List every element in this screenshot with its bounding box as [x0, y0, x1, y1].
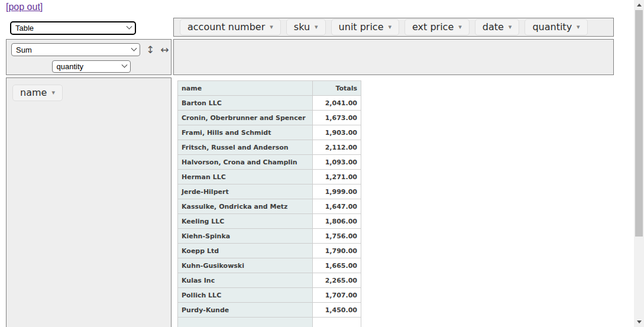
row-label-cell: Pollich LLC: [178, 288, 313, 303]
unused-attributes-list: account number ▾ sku ▾ unit price ▾ ext …: [174, 19, 588, 35]
row-label-cell: Kiehn-Spinka: [178, 229, 313, 244]
attribute-pill[interactable]: account number ▾: [180, 19, 281, 35]
pivot-table-row: [178, 318, 361, 327]
attribute-pill[interactable]: date ▾: [475, 19, 520, 35]
arrow-down-icon: [637, 320, 642, 323]
pivot-table-row: Koepp Ltd 1,790.00: [178, 244, 361, 258]
attribute-pill-item: name ▾: [12, 85, 63, 101]
total-value-cell: 2,265.00: [313, 273, 361, 288]
row-label-cell: Herman LLC: [178, 170, 313, 184]
aggregator-arg-value: quantity: [57, 62, 84, 71]
dropdown-triangle-icon[interactable]: ▾: [509, 23, 512, 31]
chevron-down-icon: [131, 45, 137, 51]
total-value-cell: 1,450.00: [313, 303, 361, 318]
aggregator-select-value: Sum: [16, 46, 32, 54]
row-attributes-area[interactable]: name ▾: [6, 77, 171, 327]
total-value-cell: 1,665.00: [313, 258, 361, 273]
dropdown-triangle-icon[interactable]: ▾: [315, 23, 318, 31]
total-value-cell: 2,041.00: [313, 96, 361, 111]
aggregator-arg-line: quantity: [11, 60, 171, 73]
row-label-cell: Frami, Hills and Schmidt: [178, 125, 313, 140]
total-value-cell: 1,999.00: [313, 184, 361, 199]
pivot-table-header-row: name Totals: [178, 81, 361, 96]
aggregator-arg-select[interactable]: quantity: [52, 60, 131, 73]
total-value-cell: 1,707.00: [313, 288, 361, 303]
renderer-cell: Table: [6, 18, 171, 37]
pivot-table: name Totals Barton LLC 2,041.00 Cronin, …: [177, 80, 361, 327]
column-attributes-area[interactable]: [173, 39, 614, 75]
pivot-table-row: Herman LLC 1,271.00: [178, 170, 361, 184]
row-label-cell: Purdy-Kunde: [178, 303, 313, 318]
chevron-down-icon: [121, 62, 127, 68]
chevron-down-icon: [127, 24, 132, 30]
row-label-cell: Barton LLC: [178, 96, 313, 111]
scrollbar-down-button[interactable]: [634, 317, 644, 327]
dropdown-triangle-icon[interactable]: ▾: [577, 23, 580, 31]
pivot-table-row: Barton LLC 2,041.00: [178, 96, 361, 111]
pivot-table-row: Jerde-Hilpert 1,999.00: [178, 184, 361, 199]
attribute-pill[interactable]: sku ▾: [286, 19, 326, 35]
total-value-cell: 1,271.00: [313, 170, 361, 184]
attribute-pill-label: date: [483, 21, 504, 33]
total-value-cell: 1,093.00: [313, 155, 361, 170]
dropdown-triangle-icon[interactable]: ▾: [51, 89, 55, 96]
pivot-table-row: Cronin, Oberbrunner and Spencer 1,673.00: [178, 111, 361, 125]
pivot-ui-page: [pop out] Table account number ▾ sku ▾ u…: [0, 0, 644, 327]
pivot-table-row: Halvorson, Crona and Champlin 1,093.00: [178, 155, 361, 170]
attribute-pill[interactable]: ext price ▾: [404, 19, 470, 35]
total-value-cell: 2,112.00: [313, 140, 361, 155]
total-value-cell: 1,673.00: [313, 111, 361, 125]
row-label-cell: Cronin, Oberbrunner and Spencer: [178, 111, 313, 125]
attribute-pill-item: unit price ▾: [331, 19, 399, 35]
pivot-table-row: Fritsch, Russel and Anderson 2,112.00: [178, 140, 361, 155]
row-label-cell: Kulas Inc: [178, 273, 313, 288]
vertical-scrollbar[interactable]: [634, 0, 644, 327]
total-value-cell: 1,903.00: [313, 125, 361, 140]
attribute-pill[interactable]: quantity ▾: [525, 19, 587, 35]
row-label-cell: Kuhn-Gusikowski: [178, 258, 313, 273]
row-label-cell: Jerde-Hilpert: [178, 184, 313, 199]
total-value-cell: 1,756.00: [313, 229, 361, 244]
row-label-cell: Koepp Ltd: [178, 244, 313, 258]
scrollbar-up-button[interactable]: [634, 0, 644, 10]
attribute-pill-label: ext price: [412, 21, 454, 33]
aggregator-area: Sum ↕ ↔ quantity: [6, 39, 171, 75]
row-label-cell: Keeling LLC: [178, 214, 313, 229]
pivot-table-row: Keeling LLC 1,806.00: [178, 214, 361, 229]
total-value-cell: 1,790.00: [313, 244, 361, 258]
arrow-up-icon: [637, 4, 642, 7]
pivot-table-row: Kulas Inc 2,265.00: [178, 273, 361, 288]
total-value-cell: [313, 318, 361, 327]
aggregator-select[interactable]: Sum: [11, 43, 140, 56]
renderer-select[interactable]: Table: [10, 21, 136, 35]
attribute-pill-item: account number ▾: [180, 19, 281, 35]
dropdown-triangle-icon[interactable]: ▾: [389, 23, 392, 31]
attribute-pill-item: ext price ▾: [404, 19, 470, 35]
row-label-cell: [178, 318, 313, 327]
dropdown-triangle-icon[interactable]: ▾: [270, 23, 273, 31]
row-label-cell: Kassulke, Ondricka and Metz: [178, 199, 313, 214]
dropdown-triangle-icon[interactable]: ▾: [458, 23, 462, 31]
row-order-button[interactable]: ↕: [146, 45, 154, 55]
attribute-pill-item: date ▾: [475, 19, 520, 35]
renderer-select-value: Table: [15, 24, 34, 33]
attribute-pill[interactable]: unit price ▾: [331, 19, 399, 35]
total-value-cell: 1,647.00: [313, 199, 361, 214]
row-attributes-list: name ▾: [12, 85, 171, 101]
pivot-table-row: Kassulke, Ondricka and Metz 1,647.00: [178, 199, 361, 214]
scrollbar-thumb[interactable]: [635, 10, 643, 237]
attribute-pill-label: unit price: [339, 21, 384, 33]
row-attr-header-cell: name: [178, 81, 313, 96]
attribute-pill-item: quantity ▾: [525, 19, 587, 35]
pivot-table-row: Kiehn-Spinka 1,756.00: [178, 229, 361, 244]
attribute-pill[interactable]: name ▾: [12, 85, 63, 101]
total-value-cell: 1,806.00: [313, 214, 361, 229]
unused-attributes-area[interactable]: account number ▾ sku ▾ unit price ▾ ext …: [173, 18, 614, 37]
pivot-table-row: Kuhn-Gusikowski 1,665.00: [178, 258, 361, 273]
pop-out-link[interactable]: [pop out]: [6, 2, 43, 12]
col-order-button[interactable]: ↔: [160, 45, 169, 55]
pivot-table-row: Pollich LLC 1,707.00: [178, 288, 361, 303]
attribute-pill-label: quantity: [532, 21, 572, 33]
attribute-pill-item: sku ▾: [286, 19, 326, 35]
pivot-table-row: Frami, Hills and Schmidt 1,903.00: [178, 125, 361, 140]
